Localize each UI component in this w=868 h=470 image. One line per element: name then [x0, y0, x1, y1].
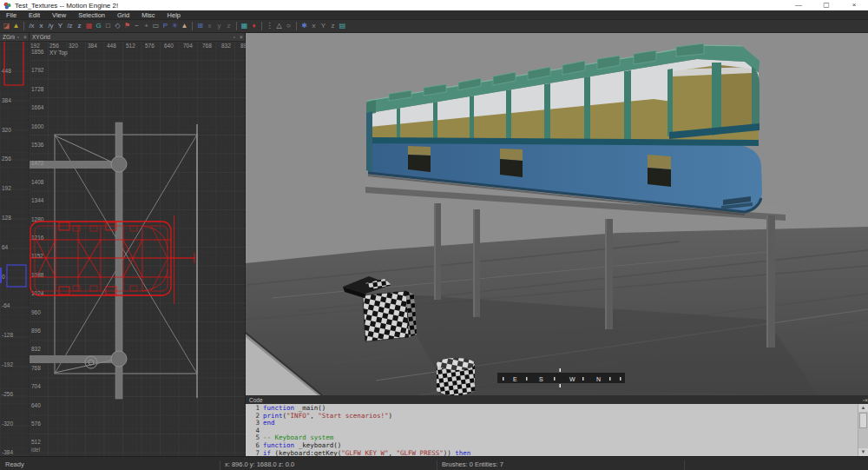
circle-tool-icon[interactable]: ○	[284, 21, 293, 31]
screen-icon[interactable]: ▭	[151, 21, 161, 31]
ruler-label: 1600	[31, 123, 44, 129]
menu-file[interactable]: File	[0, 10, 23, 20]
move-up-icon[interactable]: △	[274, 21, 284, 31]
new-brush-icon[interactable]: ◪	[2, 21, 11, 31]
ruler-label: 832	[31, 346, 41, 352]
zgrid-close-icon[interactable]: ×	[22, 34, 29, 40]
flip-z-icon[interactable]: /z	[65, 21, 75, 31]
motion-engine-window: Test_Textures -- Motion Engine 2! — ▢ × …	[0, 0, 868, 470]
zgrid-header[interactable]: ZGrid ▫ ×	[0, 33, 29, 42]
pin-icon[interactable]: ♦	[249, 21, 259, 31]
ruler-label: 256	[2, 156, 11, 162]
zgrid-tab-title[interactable]: ZGrid	[0, 34, 15, 40]
compass-letter-s: S	[539, 376, 543, 382]
snowflake-icon[interactable]: ✳	[170, 21, 180, 31]
axis-x-icon[interactable]: x	[36, 21, 46, 31]
code-editor[interactable]: 1function _main()2print("INFO", "Start s…	[246, 404, 858, 456]
menu-bar: FileEditViewSelectionGridMiscHelp	[0, 10, 868, 20]
menu-edit[interactable]: Edit	[23, 10, 46, 20]
flip-x-icon[interactable]: /x	[27, 21, 36, 31]
close-button[interactable]: ×	[840, 0, 868, 10]
code-line[interactable]: 3end	[246, 420, 858, 427]
ruler-label: 768	[31, 365, 41, 371]
ruler-label: 1536	[31, 142, 44, 148]
axis-z-icon[interactable]: z	[75, 21, 84, 31]
menu-grid[interactable]: Grid	[111, 10, 135, 20]
settings-gear-icon[interactable]: ✱	[299, 21, 309, 31]
xygrid-tab-title[interactable]: XYGrid	[30, 34, 231, 40]
ruler-label: -384	[2, 449, 13, 455]
code-close-icon[interactable]: ×	[865, 397, 868, 403]
menu-help[interactable]: Help	[161, 10, 187, 20]
ruler-label: 384	[88, 43, 97, 49]
compass-letter-w: W	[569, 376, 575, 382]
xygrid-close-icon[interactable]: ×	[238, 34, 245, 40]
zgrid-canvas[interactable]: 448384320256192128640-64-128-192-256-320…	[0, 42, 30, 456]
maximize-button[interactable]: ▢	[812, 0, 840, 10]
lock-y-icon[interactable]: y	[214, 21, 224, 31]
zgrid-float-icon[interactable]: ▫	[15, 34, 22, 40]
ruler-label: 128	[2, 215, 11, 221]
flip-y-icon[interactable]: /y	[46, 21, 56, 31]
list-icon[interactable]: ▤	[338, 21, 347, 31]
code-panel: Code ▫ × 1function _main()2print("INFO",…	[246, 395, 868, 456]
minimize-button[interactable]: —	[785, 0, 812, 10]
checker-cylinder-model[interactable]	[437, 358, 475, 395]
pointer-icon[interactable]: ▲	[180, 21, 189, 31]
code-scrollbar[interactable]: ▲ ▼	[858, 404, 868, 456]
subtract-icon[interactable]: −	[132, 21, 141, 31]
scrollbar-thumb[interactable]	[859, 413, 867, 428]
ruler-label: 704	[31, 383, 41, 389]
menu-misc[interactable]: Misc	[135, 10, 161, 20]
xygrid-canvas[interactable]: 1922563203844485125766407047688328961856…	[30, 42, 246, 456]
gear-z-icon[interactable]: z	[328, 21, 338, 31]
xygrid-panel: XYGrid ▫ × 1922563203844485	[30, 33, 246, 456]
align-dots-icon[interactable]: ⋮	[265, 21, 274, 31]
ruler-label: 256	[49, 43, 59, 49]
code-panel-header[interactable]: Code ▫ ×	[246, 395, 868, 404]
flag-icon[interactable]: ⚑	[122, 21, 132, 31]
entity-search-icon[interactable]: P	[161, 21, 170, 31]
code-token: ,	[389, 449, 397, 456]
window-icon[interactable]: ⊞	[195, 21, 205, 31]
compass-letter-n: N	[596, 376, 601, 382]
line-number: 4	[246, 427, 263, 435]
wireframe-icon[interactable]: ◇	[113, 21, 122, 31]
ruler-label: 0	[2, 274, 5, 280]
lock-z-icon[interactable]: z	[224, 21, 233, 31]
code-token: "INFO"	[286, 412, 310, 420]
add-vertex-icon[interactable]: +	[141, 21, 151, 31]
select-box-icon[interactable]: □	[103, 21, 113, 31]
table-view-icon[interactable]: ▦	[240, 21, 249, 31]
ruler-label: -192	[2, 361, 13, 367]
code-token: "GLFW_PRESS"	[397, 449, 444, 456]
code-line[interactable]: 4	[246, 427, 858, 435]
ruler-label: XY Top	[49, 50, 68, 56]
ruler-label: 1856	[31, 49, 44, 55]
ruler-label: 576	[31, 420, 41, 427]
scroll-down-icon[interactable]: ▼	[858, 448, 868, 456]
ruler-label: -64	[2, 302, 10, 308]
menu-view[interactable]: View	[46, 10, 72, 20]
ruler-label: 1408	[31, 179, 44, 185]
light-icon[interactable]: ▲	[11, 21, 21, 31]
toolbar-separator	[192, 22, 193, 30]
line-number: 1	[246, 405, 263, 413]
scroll-up-icon[interactable]: ▲	[858, 404, 868, 412]
code-line[interactable]: 7if (keyboard:getKey("GLFW_KEY_W", "GLFW…	[246, 450, 858, 456]
grid-snap-icon[interactable]: G	[94, 21, 103, 31]
lock-x-icon[interactable]: x	[205, 21, 214, 31]
gear-x-icon[interactable]: x	[309, 21, 319, 31]
texture-grid-icon[interactable]: ▦	[84, 21, 94, 31]
title-bar[interactable]: Test_Textures -- Motion Engine 2! — ▢ ×	[0, 0, 868, 10]
xygrid-float-icon[interactable]: ▫	[231, 34, 238, 40]
gear-y-icon[interactable]: Y	[319, 21, 328, 31]
viewport-3d[interactable]: ESWN	[246, 33, 868, 395]
code-line[interactable]: 2print("INFO", "Start scenarios!")	[246, 413, 858, 420]
line-number: 5	[246, 434, 263, 442]
ruler-label: 1344	[31, 197, 44, 203]
axis-y-icon[interactable]: Y	[56, 21, 65, 31]
xygrid-header[interactable]: XYGrid ▫ ×	[30, 33, 245, 42]
menu-selection[interactable]: Selection	[72, 10, 111, 20]
code-token: )	[389, 412, 393, 420]
